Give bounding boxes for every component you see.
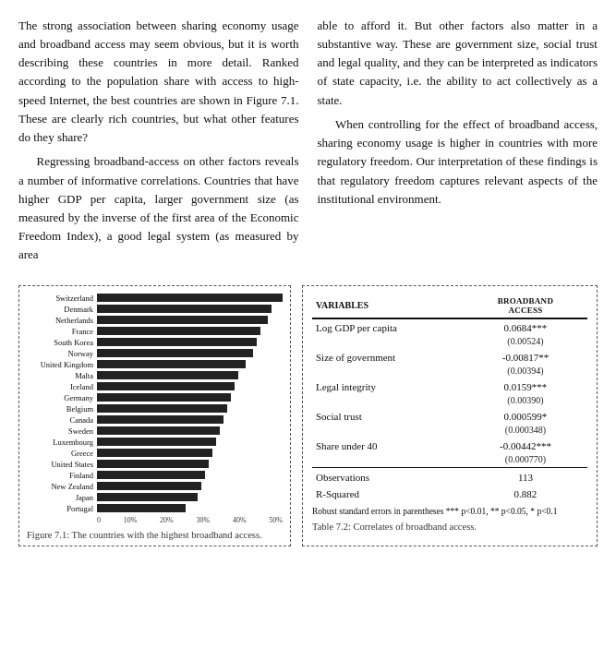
bar-fill <box>97 438 216 446</box>
bar-row: Luxembourg <box>27 438 283 447</box>
col2-paragraph1: able to afford it. But other factors als… <box>318 17 598 110</box>
bar-fill <box>97 460 209 468</box>
bar-track <box>97 449 283 457</box>
bar-track <box>97 493 283 501</box>
reg-row: Log GDP per capita0.0684*** <box>312 318 587 336</box>
variable-name: Share under 40 <box>312 438 464 454</box>
reg-se-row: (0.00524) <box>312 336 587 349</box>
reg-row: Size of government-0.00817** <box>312 349 587 366</box>
bar-fill <box>97 382 235 390</box>
reg-se-row: (0.000348) <box>312 425 587 438</box>
bar-label: Denmark <box>27 305 93 314</box>
bar-chart-box: SwitzerlandDenmarkNetherlandsFranceSouth… <box>18 285 291 546</box>
variable-name: Size of government <box>312 349 464 366</box>
bar-row: Netherlands <box>27 316 283 325</box>
rsquared-row: R-Squared0.882 <box>312 486 587 502</box>
col-header-broadband: BROADBAND ACCESS <box>464 294 587 318</box>
regression-table: VARIABLES BROADBAND ACCESS Log GDP per c… <box>312 294 587 502</box>
bar-track <box>97 438 283 446</box>
bar-fill <box>97 316 268 324</box>
col1-paragraph1: The strong association between sharing e… <box>18 17 299 147</box>
bar-row: Germany <box>27 393 283 402</box>
x-axis-label: 10% <box>124 516 138 524</box>
bar-track <box>97 426 283 435</box>
text-col-right: able to afford it. But other factors als… <box>318 17 598 270</box>
reg-se-row: (0.00394) <box>312 366 587 378</box>
separator-row: Observations113 <box>312 467 587 486</box>
bar-fill <box>97 294 283 302</box>
coefficient: -0.00817** <box>464 349 587 366</box>
coefficient: 0.0684*** <box>464 318 587 336</box>
bar-row: Greece <box>27 449 283 458</box>
x-axis: 010%20%30%40%50% <box>97 516 283 524</box>
variable-name: Legal integrity <box>312 378 464 395</box>
bar-row: Sweden <box>27 426 283 436</box>
bar-row: South Korea <box>27 338 283 347</box>
bar-track <box>97 415 283 424</box>
bar-fill <box>97 349 253 357</box>
bar-label: Japan <box>27 493 93 502</box>
bar-track <box>97 482 283 490</box>
standard-error: (0.00394) <box>464 366 587 378</box>
bar-fill <box>97 493 198 501</box>
bar-fill <box>97 327 260 335</box>
standard-error: (0.000348) <box>464 425 587 438</box>
reg-row: Share under 40-0.00442*** <box>312 438 587 454</box>
bar-row: Canada <box>27 415 283 425</box>
x-axis-label: 50% <box>269 516 283 524</box>
bar-fill <box>97 415 223 424</box>
x-axis-label: 0 <box>97 516 101 524</box>
bar-row: New Zealand <box>27 482 283 491</box>
col1-paragraph2: Regressing broadband-access on other fac… <box>18 152 299 264</box>
x-axis-label: 20% <box>160 516 174 524</box>
table-note: Robust standard errors in parentheses **… <box>312 507 587 516</box>
bar-label: United Kingdom <box>27 360 93 369</box>
variable-name: Social trust <box>312 408 464 425</box>
bar-row: Norway <box>27 349 283 358</box>
col-header-variables: VARIABLES <box>312 294 464 318</box>
bar-fill <box>97 426 220 435</box>
bar-label: Sweden <box>27 426 93 436</box>
regression-table-box: VARIABLES BROADBAND ACCESS Log GDP per c… <box>302 285 598 546</box>
bar-label: Switzerland <box>27 294 93 303</box>
bar-track <box>97 338 283 346</box>
chart-title: Figure 7.1: The countries with the highe… <box>27 530 283 540</box>
coefficient: -0.00442*** <box>464 438 587 454</box>
bar-fill <box>97 360 246 368</box>
x-axis-label: 30% <box>197 516 211 524</box>
standard-error: (0.00524) <box>464 336 587 349</box>
bar-fill <box>97 449 212 457</box>
bar-label: Norway <box>27 349 93 358</box>
bar-row: United Kingdom <box>27 360 283 369</box>
bar-label: Netherlands <box>27 316 93 325</box>
text-col-left: The strong association between sharing e… <box>18 17 299 270</box>
coefficient: 0.0159*** <box>464 378 587 395</box>
bar-label: South Korea <box>27 338 93 347</box>
bar-track <box>97 305 283 313</box>
standard-error: (0.000770) <box>464 454 587 468</box>
bar-track <box>97 471 283 479</box>
bar-row: Finland <box>27 471 283 480</box>
bar-track <box>97 294 283 302</box>
bar-label: Malta <box>27 371 93 380</box>
bar-row: Iceland <box>27 382 283 391</box>
bar-label: France <box>27 327 93 336</box>
bottom-section: SwitzerlandDenmarkNetherlandsFranceSouth… <box>18 285 598 546</box>
bar-chart: SwitzerlandDenmarkNetherlandsFranceSouth… <box>27 294 283 513</box>
bar-track <box>97 460 283 468</box>
bar-label: New Zealand <box>27 482 93 491</box>
bar-row: Malta <box>27 371 283 380</box>
bar-row: United States <box>27 460 283 469</box>
bar-label: Germany <box>27 393 93 402</box>
reg-row: Social trust0.000599* <box>312 408 587 425</box>
bar-fill <box>97 393 231 402</box>
bar-row: Switzerland <box>27 294 283 303</box>
reg-row: Legal integrity0.0159*** <box>312 378 587 395</box>
bar-track <box>97 504 283 512</box>
bar-row: France <box>27 327 283 336</box>
x-axis-label: 40% <box>233 516 247 524</box>
bar-fill <box>97 404 227 413</box>
bar-label: Iceland <box>27 382 93 391</box>
bar-label: Greece <box>27 449 93 458</box>
bar-fill <box>97 338 257 346</box>
